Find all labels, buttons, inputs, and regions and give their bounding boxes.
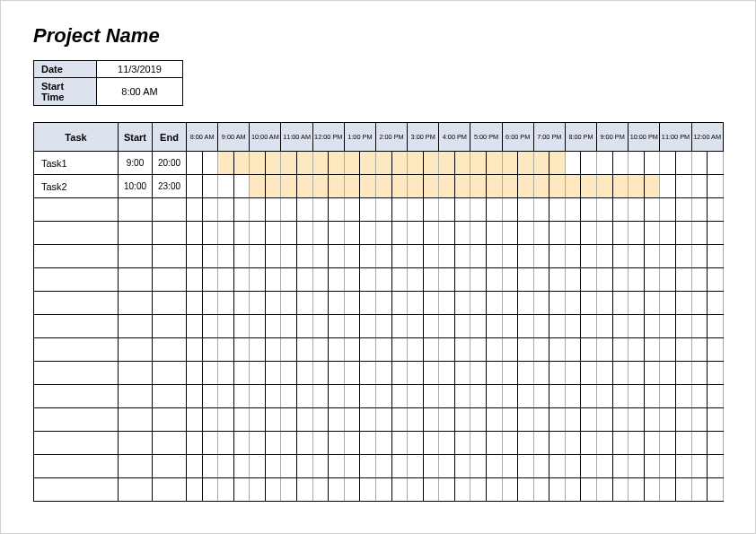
start-cell[interactable]	[119, 315, 153, 338]
gantt-cell	[312, 315, 329, 338]
time-header: 3:00 PM	[408, 123, 439, 152]
task-name-cell[interactable]	[34, 315, 119, 338]
end-cell[interactable]	[153, 362, 187, 385]
end-cell[interactable]	[153, 385, 187, 408]
gantt-cell	[391, 245, 408, 268]
task-name-cell[interactable]: Task1	[34, 152, 119, 175]
start-time-value[interactable]: 8:00 AM	[97, 78, 183, 106]
time-header: 11:00 PM	[660, 123, 691, 152]
task-name-cell[interactable]	[34, 268, 119, 292]
start-cell[interactable]	[119, 222, 153, 245]
end-cell[interactable]: 20:00	[153, 152, 187, 175]
end-cell[interactable]	[153, 245, 187, 268]
gantt-cell	[391, 315, 408, 338]
end-cell[interactable]	[153, 478, 187, 502]
gantt-cell	[644, 268, 660, 292]
gantt-cell	[597, 385, 613, 408]
end-cell[interactable]	[153, 268, 187, 292]
end-cell[interactable]	[153, 338, 187, 362]
start-cell[interactable]	[119, 432, 153, 455]
gantt-cell	[675, 432, 691, 455]
end-cell[interactable]: 23:00	[153, 175, 187, 198]
gantt-cell	[187, 478, 203, 502]
task-name-cell[interactable]	[34, 222, 119, 245]
gantt-cell	[660, 432, 676, 455]
gantt-cell	[329, 455, 345, 478]
task-name-cell[interactable]: Task2	[34, 175, 119, 198]
gantt-cell	[470, 268, 487, 292]
task-name-cell[interactable]	[34, 338, 119, 362]
start-cell[interactable]: 9:00	[119, 152, 153, 175]
time-header: 10:00 AM	[250, 123, 281, 152]
gantt-cell	[187, 455, 203, 478]
gantt-cell	[691, 152, 708, 175]
end-cell[interactable]	[153, 315, 187, 338]
gantt-cell	[533, 385, 549, 408]
task-name-cell[interactable]	[34, 385, 119, 408]
gantt-cell	[439, 362, 455, 385]
end-cell[interactable]	[153, 198, 187, 222]
task-name-cell[interactable]	[34, 478, 119, 502]
start-cell[interactable]	[119, 338, 153, 362]
end-cell[interactable]	[153, 408, 187, 432]
gantt-cell	[312, 198, 329, 222]
end-cell[interactable]	[153, 292, 187, 315]
gantt-cell	[581, 268, 597, 292]
gantt-cell	[439, 408, 455, 432]
start-cell[interactable]	[119, 408, 153, 432]
gantt-cell	[360, 292, 376, 315]
gantt-cell	[265, 432, 281, 455]
gantt-cell	[629, 268, 645, 292]
gantt-cell	[565, 385, 581, 408]
gantt-cell	[487, 152, 503, 175]
gantt-cell	[644, 478, 660, 502]
gantt-cell	[581, 315, 597, 338]
table-row	[34, 222, 724, 245]
task-name-cell[interactable]	[34, 455, 119, 478]
task-name-cell[interactable]	[34, 408, 119, 432]
gantt-cell	[581, 292, 597, 315]
end-cell[interactable]	[153, 432, 187, 455]
gantt-cell	[660, 292, 676, 315]
gantt-cell	[281, 175, 297, 198]
end-cell[interactable]	[153, 455, 187, 478]
gantt-cell	[344, 455, 360, 478]
gantt-cell	[344, 315, 360, 338]
gantt-cell	[629, 222, 645, 245]
task-name-cell[interactable]	[34, 362, 119, 385]
gantt-cell	[329, 175, 345, 198]
gantt-cell	[297, 175, 313, 198]
table-row	[34, 292, 724, 315]
start-cell[interactable]	[119, 478, 153, 502]
gantt-cell	[708, 198, 724, 222]
start-cell[interactable]	[119, 385, 153, 408]
gantt-cell	[439, 432, 455, 455]
date-value[interactable]: 11/3/2019	[97, 61, 183, 78]
gantt-cell	[423, 268, 439, 292]
gantt-cell	[518, 315, 534, 338]
gantt-cell	[375, 385, 391, 408]
gantt-cell	[360, 385, 376, 408]
gantt-cell	[454, 175, 470, 198]
start-cell[interactable]	[119, 245, 153, 268]
end-cell[interactable]	[153, 222, 187, 245]
start-cell[interactable]	[119, 455, 153, 478]
gantt-cell	[708, 292, 724, 315]
task-name-cell[interactable]	[34, 432, 119, 455]
gantt-cell	[533, 292, 549, 315]
start-cell[interactable]: 10:00	[119, 175, 153, 198]
gantt-cell	[439, 385, 455, 408]
gantt-cell	[454, 152, 470, 175]
start-cell[interactable]	[119, 292, 153, 315]
gantt-cell	[454, 292, 470, 315]
task-name-cell[interactable]	[34, 198, 119, 222]
start-cell[interactable]	[119, 268, 153, 292]
task-name-cell[interactable]	[34, 292, 119, 315]
task-name-cell[interactable]	[34, 245, 119, 268]
gantt-cell	[597, 338, 613, 362]
gantt-cell	[644, 175, 660, 198]
start-cell[interactable]	[119, 198, 153, 222]
gantt-cell	[502, 198, 518, 222]
gantt-cell	[408, 362, 424, 385]
start-cell[interactable]	[119, 362, 153, 385]
